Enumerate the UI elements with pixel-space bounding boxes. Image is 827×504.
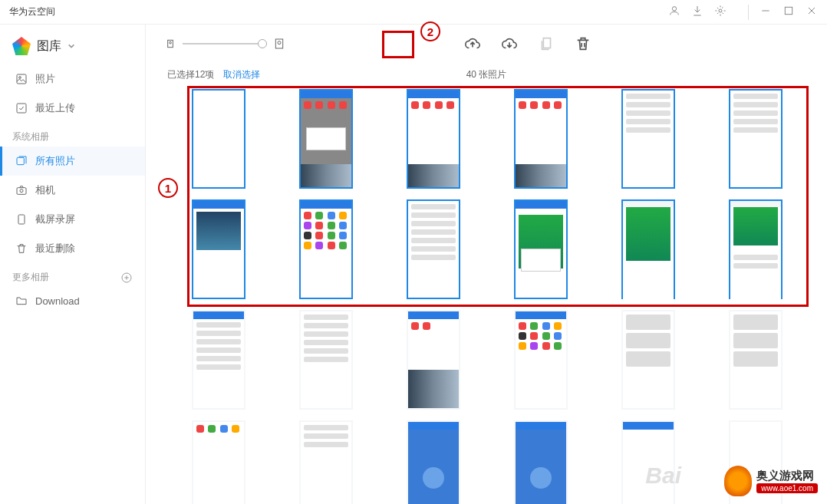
delete-button[interactable] — [572, 33, 594, 54]
thumb[interactable] — [407, 420, 460, 504]
svg-point-0 — [672, 6, 676, 10]
plus-circle-icon[interactable] — [120, 272, 133, 284]
watermark-bai: Bai — [645, 463, 681, 489]
thumb[interactable] — [729, 310, 783, 410]
trash-icon — [15, 242, 28, 255]
svg-rect-13 — [275, 39, 282, 48]
status-bar: 已选择12项 取消选择 40 张照片 — [146, 63, 827, 86]
titlebar: 华为云空间 — [0, 0, 827, 25]
zoom-track[interactable] — [183, 43, 267, 44]
settings-icon[interactable] — [714, 5, 727, 20]
sidebar-item-label: 照片 — [35, 72, 55, 86]
upload-button[interactable] — [462, 33, 483, 54]
sidebar-item-photos[interactable]: 照片 — [0, 64, 145, 94]
svg-point-1 — [719, 9, 722, 12]
thumb[interactable] — [192, 310, 245, 410]
thumb[interactable] — [621, 310, 675, 410]
annotation-marker-2: 2 — [420, 21, 440, 41]
sidebar-item-label: 最近删除 — [35, 242, 75, 255]
annotation-box-2 — [382, 31, 414, 58]
watermark: 奥义游戏网 www.aoe1.com — [724, 466, 818, 496]
sidebar-item-recent-upload[interactable]: 最近上传 — [0, 94, 145, 123]
thumb[interactable] — [299, 420, 353, 504]
sidebar: 图库 照片 最近上传 系统相册 所有照片 相机 截屏录屏 最近删除 — [0, 25, 146, 504]
sidebar-item-all-photos[interactable]: 所有照片 — [0, 147, 145, 176]
maximize-button[interactable] — [783, 5, 795, 20]
all-photos-icon — [15, 155, 28, 167]
sidebar-item-label: 截屏录屏 — [35, 212, 75, 226]
watermark-name: 奥义游戏网 — [756, 469, 818, 483]
svg-rect-9 — [18, 215, 25, 224]
sidebar-heading[interactable]: 图库 — [0, 34, 145, 64]
sidebar-item-label: 最近上传 — [35, 101, 75, 115]
toolbar — [146, 25, 827, 63]
chevron-down-icon — [68, 42, 75, 50]
svg-rect-2 — [785, 7, 792, 14]
zoom-thumb[interactable] — [258, 39, 267, 48]
sidebar-item-label: 相机 — [35, 183, 55, 197]
selected-count: 已选择12项 — [167, 68, 214, 81]
svg-rect-3 — [17, 74, 26, 84]
svg-point-12 — [170, 41, 172, 44]
download-icon[interactable] — [691, 5, 703, 20]
close-button[interactable] — [806, 5, 818, 20]
total-count: 40 张照片 — [466, 68, 507, 81]
download-button[interactable] — [499, 33, 520, 54]
camera-icon — [15, 184, 28, 196]
user-avatar-icon[interactable] — [668, 5, 680, 20]
small-thumb-icon — [164, 38, 176, 50]
thumb[interactable] — [299, 310, 353, 410]
gallery-logo-icon — [12, 37, 31, 55]
svg-rect-5 — [17, 104, 26, 113]
thumb[interactable] — [514, 420, 568, 504]
annotation-box-1 — [187, 86, 809, 307]
watermark-logo-icon — [724, 466, 752, 496]
sidebar-heading-label: 图库 — [37, 38, 61, 54]
screenshot-icon — [15, 213, 28, 226]
sidebar-section-more: 更多相册 — [0, 263, 145, 287]
svg-point-4 — [19, 77, 21, 79]
minimize-button[interactable] — [759, 5, 772, 20]
sidebar-item-label: 所有照片 — [35, 154, 75, 168]
svg-rect-15 — [543, 38, 550, 48]
cancel-selection-link[interactable]: 取消选择 — [223, 68, 260, 81]
photo-icon — [15, 73, 28, 85]
copy-button[interactable] — [535, 33, 557, 54]
annotation-marker-1: 1 — [158, 178, 178, 198]
delete-icon — [575, 35, 591, 52]
watermark-url: www.aoe1.com — [756, 483, 818, 493]
app-title: 华为云空间 — [9, 5, 668, 18]
sidebar-item-trash[interactable]: 最近删除 — [0, 234, 145, 263]
cloud-upload-icon — [464, 35, 481, 52]
thumb[interactable] — [192, 420, 245, 504]
recent-icon — [15, 102, 28, 114]
zoom-slider[interactable] — [164, 38, 285, 50]
sidebar-item-label: Download — [35, 295, 80, 307]
cloud-download-icon — [501, 35, 518, 52]
svg-rect-7 — [17, 188, 26, 195]
svg-point-14 — [278, 41, 281, 44]
copy-icon — [538, 35, 555, 52]
folder-icon — [15, 295, 28, 307]
svg-point-8 — [20, 189, 23, 193]
large-thumb-icon — [273, 38, 285, 50]
thumb[interactable] — [514, 310, 568, 410]
sidebar-item-camera[interactable]: 相机 — [0, 176, 145, 205]
sidebar-item-download[interactable]: Download — [0, 287, 145, 315]
thumb[interactable] — [407, 310, 460, 410]
svg-rect-6 — [17, 157, 24, 164]
sidebar-section-system: 系统相册 — [0, 123, 145, 147]
sidebar-item-screenshots[interactable]: 截屏录屏 — [0, 205, 145, 234]
